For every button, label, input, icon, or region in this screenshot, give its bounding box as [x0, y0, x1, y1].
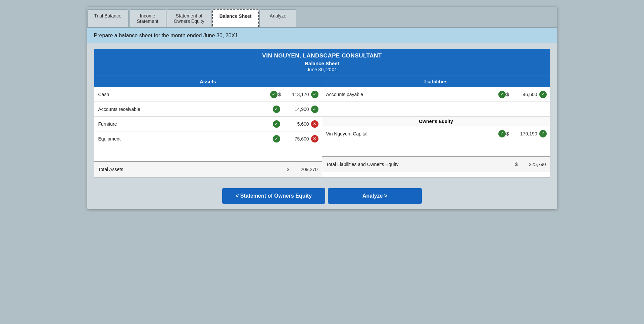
asset-row-cash: Cash ✓ $ 113,170 ✓	[94, 87, 322, 102]
equipment-value: 75,600	[282, 136, 309, 141]
total-assets-row: Total Assets $ 209,270	[94, 161, 322, 177]
capital-label: Vin Nguyen, Capital	[325, 131, 498, 136]
ap-currency: $	[506, 92, 509, 97]
tab-trial-balance[interactable]: Trial Balance	[87, 9, 129, 27]
company-name: VIN NGUYEN, LANDSCAPE CONSULTANT	[97, 52, 547, 59]
sheet-date: June 30, 20X1	[97, 67, 547, 72]
tab-analyze[interactable]: Analyze	[259, 9, 296, 27]
next-button[interactable]: Analyze >	[328, 188, 422, 204]
cash-currency: $	[278, 92, 281, 97]
liability-row-ap: Accounts payable ✓ $ 46,600 ✓	[322, 87, 550, 102]
equity-row-capital: Vin Nguyen, Capital ✓ $ 179,190 ✓	[322, 126, 550, 141]
tab-statement-owners-equity[interactable]: Statement of Owners Equity	[167, 9, 211, 27]
asset-row-ar: Accounts receivable ✓ 14,900 ✓	[94, 102, 322, 117]
column-headers: Assets Liabilities	[94, 76, 550, 87]
asset-row-equipment: Equipment ✓ 75,600 ✕	[94, 131, 322, 146]
furniture-value-check-icon: ✕	[311, 120, 318, 128]
bs-header: VIN NGUYEN, LANDSCAPE CONSULTANT Balance…	[94, 49, 550, 76]
furniture-label: Furniture	[97, 121, 272, 127]
tab-income-statement[interactable]: Income Statement	[129, 9, 166, 27]
capital-check-icon: ✓	[498, 130, 506, 137]
total-liabilities-currency: $	[515, 162, 518, 167]
capital-currency: $	[506, 131, 509, 136]
instruction-text: Prepare a balance sheet for the month en…	[87, 28, 557, 43]
ar-value-check-icon: ✓	[311, 106, 318, 113]
liabilities-spacer	[322, 102, 550, 117]
ap-label: Accounts payable	[325, 92, 498, 97]
furniture-check-icon: ✓	[273, 120, 280, 128]
total-assets-currency: $	[287, 167, 290, 172]
balance-sheet-table: VIN NGUYEN, LANDSCAPE CONSULTANT Balance…	[94, 49, 550, 177]
total-liabilities-row: Total Liabilities and Owner's Equity $ 2…	[322, 156, 550, 172]
furniture-value: 5,600	[282, 121, 309, 127]
equipment-label: Equipment	[97, 136, 272, 141]
ar-value: 14,900	[282, 107, 309, 112]
content-area: VIN NGUYEN, LANDSCAPE CONSULTANT Balance…	[87, 43, 557, 183]
tab-balance-sheet[interactable]: Balance Sheet	[212, 9, 259, 27]
equity-spacer	[322, 141, 550, 156]
cash-value: 113,170	[282, 92, 309, 97]
liabilities-header: Liabilities	[322, 76, 550, 87]
cash-value-check-icon: ✓	[311, 91, 318, 98]
total-assets-label: Total Assets	[97, 167, 287, 172]
total-assets-value: 209,270	[291, 167, 318, 172]
cash-check-icon: ✓	[270, 91, 278, 98]
equipment-check-icon: ✓	[273, 135, 280, 143]
prev-button[interactable]: < Statement of Owners Equity	[222, 188, 325, 204]
liabilities-equity-section: Accounts payable ✓ $ 46,600 ✓ Owner's Eq…	[322, 87, 550, 177]
sheet-title: Balance Sheet	[97, 60, 547, 66]
ar-label: Accounts receivable	[97, 107, 272, 112]
tab-bar: Trial Balance Income Statement Statement…	[87, 7, 557, 28]
app-container: Trial Balance Income Statement Statement…	[87, 7, 557, 209]
ap-value-check-icon: ✓	[539, 91, 547, 98]
total-liabilities-label: Total Liabilities and Owner's Equity	[325, 162, 515, 167]
equipment-value-check-icon: ✕	[311, 135, 318, 143]
capital-value-check-icon: ✓	[539, 130, 547, 137]
asset-row-furniture: Furniture ✓ 5,600 ✕	[94, 117, 322, 131]
capital-value: 179,190	[510, 131, 537, 136]
assets-section: Cash ✓ $ 113,170 ✓ Accounts receivable ✓…	[94, 87, 322, 177]
nav-buttons: < Statement of Owners Equity Analyze >	[87, 183, 557, 209]
ap-value: 46,600	[510, 92, 537, 97]
assets-header: Assets	[94, 76, 322, 87]
ar-check-icon: ✓	[273, 106, 280, 113]
assets-empty-row	[94, 146, 322, 161]
cash-label: Cash	[97, 92, 269, 97]
ap-check-icon: ✓	[498, 91, 506, 98]
data-rows: Cash ✓ $ 113,170 ✓ Accounts receivable ✓…	[94, 87, 550, 177]
equity-subheader: Owner's Equity	[322, 117, 550, 126]
total-liabilities-value: 225,790	[519, 162, 546, 167]
